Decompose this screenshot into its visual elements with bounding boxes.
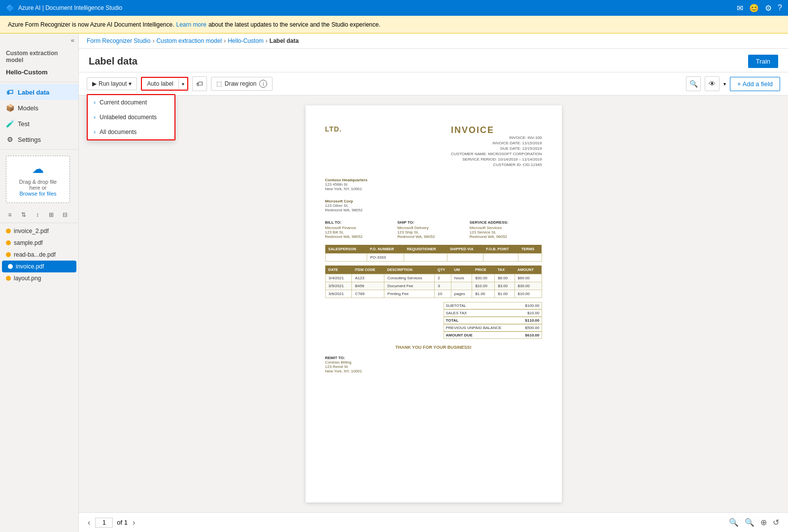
invoice-logo: LTD.	[325, 125, 342, 133]
line-row-1: 3/4/2021 A123 Consulting Services 2 hour…	[325, 274, 542, 282]
file-item-sample[interactable]: sample.pdf	[0, 237, 78, 249]
totals-table: SUBTOTAL $100.00 SALES TAX $10.00 TOTAL …	[444, 302, 542, 339]
sidebar-item-models[interactable]: 📦 Models	[0, 100, 78, 116]
prev-balance-value: $500.00	[525, 326, 540, 330]
file-item-invoice[interactable]: invoice.pdf	[2, 261, 76, 272]
mail-icon[interactable]: ✉	[737, 3, 743, 13]
invoice-service-period: SERVICE PERIOD: 10/14/2019 – 11/14/2019	[451, 157, 542, 162]
invoice-due-date: DUE DATE: 12/15/2019	[451, 146, 542, 151]
bill-to-col: BILL TO: Microsoft Finance 123 Bill St, …	[325, 220, 398, 239]
file-list: invoice_2.pdf sample.pdf read-ba...de.pd…	[0, 223, 78, 532]
dropdown-item-unlabeled[interactable]: › Unlabeled documents	[88, 110, 174, 125]
filter-icon[interactable]: ↕	[32, 209, 43, 221]
line-desc-1: Consulting Services	[384, 274, 435, 282]
eye-chevron-icon[interactable]: ▾	[723, 81, 726, 87]
tag-icon-button[interactable]: 🏷	[192, 76, 207, 91]
line-header-amount: AMOUNT	[514, 266, 542, 274]
line-header-um: UM	[451, 266, 472, 274]
breadcrumb-sep-3: ›	[266, 37, 268, 44]
sidebar-test-text: Test	[18, 120, 30, 128]
auto-label-chevron-icon[interactable]: ▾	[178, 79, 187, 89]
dropdown-item-current[interactable]: › Current document	[88, 95, 174, 110]
total-pages-label: of 1	[117, 519, 128, 526]
dropdown-label-current: Current document	[100, 99, 147, 106]
emoji-icon[interactable]: 😊	[749, 3, 759, 13]
next-page-button[interactable]: ›	[132, 517, 136, 528]
auto-label-dropdown[interactable]: Auto label ▾	[141, 77, 188, 91]
service-address-label: SERVICE ADDRESS:	[470, 220, 537, 225]
breadcrumb-sep-1: ›	[152, 37, 154, 44]
order-cell-terms	[518, 254, 542, 262]
dropdown-label-all: All documents	[100, 129, 137, 135]
file-name-readba: read-ba...de.pdf	[14, 251, 56, 258]
remit-company: Contoso Billing	[325, 360, 542, 365]
fit-page-button[interactable]: ⊕	[759, 517, 768, 528]
line-qty-3: 10	[435, 290, 451, 298]
train-button[interactable]: Train	[748, 55, 778, 68]
sidebar-item-label-data[interactable]: 🏷 Label data	[0, 84, 78, 100]
line-header-desc: DESCRIPTION	[384, 266, 435, 274]
draw-region-info-icon[interactable]: i	[259, 80, 267, 88]
sidebar-item-test[interactable]: 🧪 Test	[0, 116, 78, 132]
order-header-fob: F.O.B. POINT	[483, 245, 518, 254]
file-item-layout[interactable]: layout.png	[0, 272, 78, 284]
file-dot-invoice2	[6, 229, 11, 233]
browse-files-link[interactable]: Browse for files	[19, 191, 56, 197]
remit-street: 123 Remit St	[325, 365, 542, 369]
prev-page-button[interactable]: ‹	[87, 517, 91, 528]
file-item-invoice2[interactable]: invoice_2.pdf	[0, 225, 78, 237]
notification-text: Azure Form Recognizer is now Azure AI Do…	[8, 21, 174, 28]
service-address-city: Redmond WA, 98052	[470, 234, 537, 239]
upload-area[interactable]: ☁ Drag & drop file here or Browse for fi…	[6, 156, 70, 203]
list-expand-icon[interactable]: ⊟	[59, 209, 71, 221]
auto-label-label[interactable]: Auto label	[142, 78, 178, 90]
eye-button[interactable]: 👁	[705, 76, 719, 91]
sold-to-city: Redmond WA, 98052	[325, 208, 363, 212]
refresh-button[interactable]: ↺	[772, 517, 780, 528]
sidebar-divider-mid	[0, 149, 78, 150]
order-header-terms: TERMS	[518, 245, 542, 254]
list-view-icon[interactable]: ≡	[4, 209, 16, 221]
breadcrumb-hello-custom[interactable]: Hello-Custom	[228, 37, 264, 44]
sidebar-collapse-btn[interactable]: «	[0, 33, 78, 47]
sidebar-project-name: Hello-Custom	[0, 66, 78, 80]
line-item-2: B456	[352, 282, 384, 290]
file-item-readba[interactable]: read-ba...de.pdf	[0, 249, 78, 261]
draw-region-button[interactable]: ⬚ Draw region i	[211, 77, 273, 91]
line-qty-2: 3	[435, 282, 451, 290]
zoom-in-button[interactable]: 🔍	[744, 517, 755, 528]
grid-view-icon[interactable]: ⊞	[45, 209, 57, 221]
breadcrumb-form-recognizer[interactable]: Form Recognizer Studio	[87, 37, 150, 44]
learn-more-link[interactable]: Learn more	[176, 21, 206, 28]
line-date-1: 3/4/2021	[325, 274, 352, 282]
page-number-input[interactable]	[95, 518, 113, 528]
file-name-sample: sample.pdf	[14, 239, 43, 246]
invoice-document: LTD. INVOICE INVOICE: INV-100 INVOICE DA…	[306, 105, 562, 502]
settings-icon[interactable]: ⚙	[765, 3, 772, 13]
help-icon[interactable]: ?	[778, 3, 782, 13]
sort-icon[interactable]: ⇅	[18, 209, 30, 221]
totals-section: SUBTOTAL $100.00 SALES TAX $10.00 TOTAL …	[325, 302, 542, 339]
sales-tax-value: $10.00	[527, 311, 539, 315]
add-field-button[interactable]: + Add a field	[730, 77, 780, 91]
subtotal-label: SUBTOTAL	[446, 303, 467, 308]
dropdown-item-all[interactable]: › All documents	[88, 125, 174, 139]
bill-to-city: Redmond WA, 98052	[325, 234, 393, 239]
line-item-1: A123	[352, 274, 384, 282]
models-icon: 📦	[6, 104, 14, 112]
subtotal-value: $100.00	[525, 303, 540, 308]
toolbar-right: 🔍 👁 ▾	[686, 76, 726, 91]
dropdown-arrow-all: ›	[94, 129, 96, 135]
run-layout-button[interactable]: ▶ Run layout ▾	[87, 77, 137, 90]
zoom-out-button[interactable]: 🔍	[728, 517, 740, 528]
line-header-date: DATE	[325, 266, 352, 274]
toolbar: ▶ Run layout ▾ Auto label ▾ 🏷 ⬚ Draw reg…	[79, 72, 788, 96]
breadcrumb-custom-extraction[interactable]: Custom extraction model	[156, 37, 222, 44]
ship-to-col: SHIP TO: Microsoft Delivery 123 Ship St,…	[397, 220, 470, 239]
invoice-number: INVOICE: INV-100	[451, 135, 542, 140]
bill-to-company: Microsoft Finance	[325, 226, 393, 230]
dropdown-arrow-unlabeled: ›	[94, 114, 96, 121]
order-header-po: P.O. NUMBER	[367, 245, 404, 254]
sidebar-item-settings[interactable]: ⚙ Settings	[0, 132, 78, 147]
search-button[interactable]: 🔍	[686, 76, 701, 91]
